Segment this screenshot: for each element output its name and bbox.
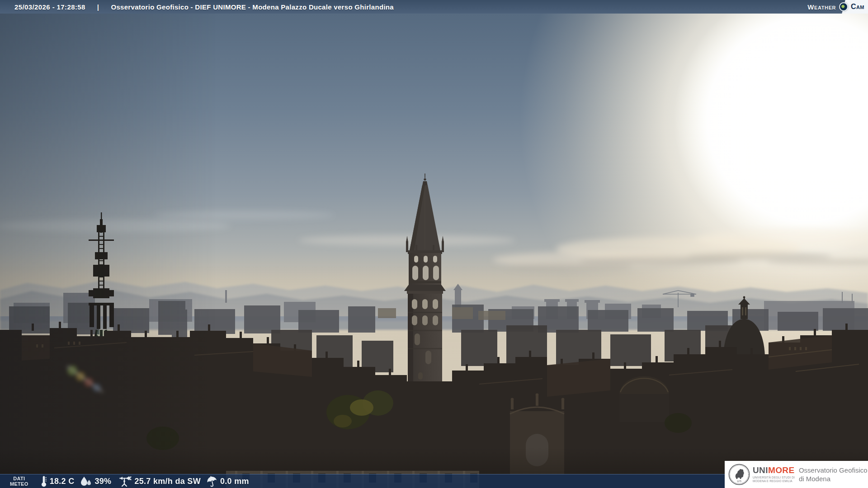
university-subtitle-line2: MODENA E REGGIO EMILIA <box>753 479 795 483</box>
webcam-viewer: 25/03/2026 - 17:28:58 | Osservatorio Geo… <box>0 0 868 488</box>
page-title: Osservatorio Geofisico - DIEF UNIMORE - … <box>111 3 394 11</box>
header-bar: 25/03/2026 - 17:28:58 | Osservatorio Geo… <box>0 0 868 14</box>
unimore-seal-year: 1175 <box>737 480 741 483</box>
meteo-data-label: DATI METEO <box>10 476 28 487</box>
webcam-photo <box>0 14 868 488</box>
university-subtitle-line1: UNIVERSITÀ DEGLI STUDI DI <box>753 476 795 479</box>
wind-icon <box>118 475 132 487</box>
humidity-value: 39% <box>94 477 111 486</box>
unimore-wordmark: UNIMORE <box>753 466 795 474</box>
timestamp: 25/03/2026 - 17:28:58 <box>14 3 85 11</box>
temperature-value: 18.2 C <box>50 477 75 486</box>
weathercam-cam-label: Cam <box>851 3 864 11</box>
unimore-panel: 1175 UNIMORE UNIVERSITÀ DEGLI STUDI DI M… <box>725 461 868 488</box>
meteo-label-line1: DATI <box>10 476 28 481</box>
header-text: 25/03/2026 - 17:28:58 | Osservatorio Geo… <box>0 3 394 11</box>
humidity-icon <box>80 476 92 486</box>
wind-value: 25.7 km/h da SW <box>134 477 201 486</box>
vignette-left <box>0 14 868 488</box>
precipitation-value: 0.0 mm <box>220 477 249 486</box>
weathercam-weather-label: Weather <box>807 3 836 11</box>
weathercam-logo: Weather Cam <box>807 0 868 14</box>
observatory-name-line2: di Modena <box>799 474 868 483</box>
meteo-label-line2: METEO <box>10 481 28 487</box>
umbrella-icon <box>207 476 217 487</box>
observatory-name: Osservatorio Geofisico di Modena <box>799 466 868 483</box>
university-subtitle: UNIVERSITÀ DEGLI STUDI DI MODENA E REGGI… <box>753 476 795 483</box>
unimore-wordmark-uni: UNI <box>753 465 768 475</box>
weathercam-lens-icon <box>839 2 848 11</box>
thermometer-icon <box>41 475 47 487</box>
separator: | <box>97 3 99 11</box>
webcam-photo-scene <box>0 14 868 488</box>
unimore-wordmark-more: MORE <box>768 465 795 475</box>
unimore-seal-icon: 1175 <box>728 464 750 485</box>
observatory-name-line1: Osservatorio Geofisico <box>799 466 868 475</box>
unimore-logo: UNIMORE UNIVERSITÀ DEGLI STUDI DI MODENA… <box>753 466 795 483</box>
